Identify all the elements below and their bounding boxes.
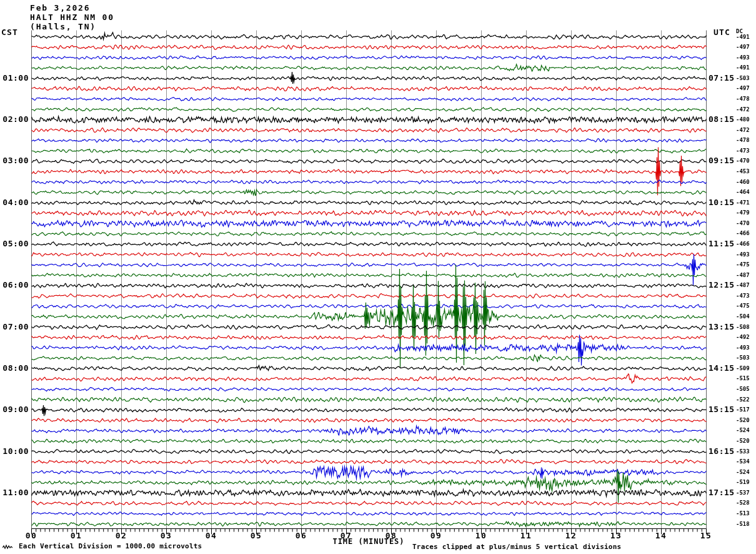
utc-hour-label: 15:15	[709, 405, 735, 414]
dc-offset-value: -518	[736, 521, 750, 527]
cst-hour-label: 01:00	[0, 73, 29, 83]
dc-offset-value: -473	[736, 148, 750, 154]
cst-hour-label: 07:00	[0, 322, 29, 331]
helicorder-page: Feb 3,2026 HALT HHZ NM 00 (Halls, TN) CS…	[0, 0, 756, 554]
footer-clip-note: Traces clipped at plus/minus 5 vertical …	[412, 543, 621, 551]
dc-offset-value: -478	[736, 96, 750, 102]
dc-offset-value: -475	[736, 261, 750, 268]
dc-offset-value: -528	[736, 500, 750, 506]
cst-hour-label: 09:00	[0, 405, 29, 414]
dc-offset-value: -493	[736, 54, 750, 61]
seismogram-canvas	[0, 0, 756, 554]
dc-offset-value: -522	[736, 396, 750, 403]
utc-hour-label: 14:15	[709, 363, 735, 373]
utc-hour-label: 17:15	[709, 488, 735, 497]
title-block: Feb 3,2026 HALT HHZ NM 00 (Halls, TN)	[30, 3, 114, 31]
utc-hour-label: 16:15	[709, 446, 735, 456]
dc-offset-value: -509	[736, 365, 750, 371]
dc-offset-value: -466	[736, 241, 750, 247]
dc-offset-value: -508	[736, 324, 750, 330]
dc-offset-value: -480	[736, 116, 750, 123]
dc-offset-value: -492	[736, 334, 750, 340]
cst-hour-label: 10:00	[0, 446, 29, 456]
utc-hour-label: 12:15	[709, 280, 735, 290]
utc-hour-label: 13:15	[709, 322, 735, 331]
utc-hour-label: 11:15	[709, 239, 735, 248]
dc-offset-value: -517	[736, 406, 750, 413]
dc-offset-value: -473	[736, 293, 750, 299]
dc-offset-value: -497	[736, 85, 750, 91]
cst-hour-label: 08:00	[0, 363, 29, 373]
cst-hour-label: 03:00	[0, 156, 29, 165]
footer-scale-note: Each Vertical Division = 1000.00 microvo…	[2, 542, 202, 550]
dc-offset-value: -524	[736, 427, 750, 433]
dc-offset-value: -479	[736, 209, 750, 216]
dc-offset-value: -504	[736, 313, 750, 320]
dc-offset-value: -460	[736, 179, 750, 185]
cst-hour-label: 05:00	[0, 239, 29, 248]
dc-offset-value: -503	[736, 355, 750, 361]
dc-offset-value: -515	[736, 375, 750, 381]
dc-offset-value: -470	[736, 158, 750, 164]
right-axis-header: UTC	[714, 28, 730, 37]
dc-offset-value: -493	[736, 345, 750, 351]
dc-offset-value: -513	[736, 510, 750, 516]
dc-offset-value: -519	[736, 479, 750, 485]
cst-hour-label: 11:00	[0, 488, 29, 497]
dc-offset-value: -472	[736, 106, 750, 113]
dc-offset-value: -464	[736, 189, 750, 195]
dc-offset-value: -475	[736, 303, 750, 309]
dc-offset-value: -524	[736, 469, 750, 475]
scale-note-text: Each Vertical Division = 1000.00 microvo…	[19, 542, 202, 550]
dc-offset-value: -470	[736, 220, 750, 226]
tiny-waveform-icon	[2, 543, 12, 550]
dc-offset-value: -466	[736, 230, 750, 236]
dc-offset-value: -491	[736, 64, 750, 71]
dc-offset-value: -491	[736, 34, 750, 40]
dc-offset-value: -537	[736, 490, 750, 496]
dc-offset-value: -533	[736, 448, 750, 455]
dc-offset-value: -520	[736, 438, 750, 444]
left-axis-header: CST	[1, 28, 18, 37]
cst-hour-label: 02:00	[0, 114, 29, 124]
utc-hour-label: 07:15	[709, 73, 735, 83]
dc-offset-value: -505	[736, 386, 750, 392]
dc-offset-value: -503	[736, 75, 750, 81]
dc-offset-value: -487	[736, 282, 750, 288]
cst-hour-label: 06:00	[0, 280, 29, 290]
utc-hour-label: 08:15	[709, 114, 735, 124]
dc-offset-value: -471	[736, 199, 750, 206]
dc-offset-value: -478	[736, 137, 750, 143]
title-station: HALT HHZ NM 00	[30, 13, 114, 22]
utc-hour-label: 09:15	[709, 156, 735, 165]
title-location: (Halls, TN)	[30, 22, 114, 31]
dc-offset-value: -520	[736, 417, 750, 423]
title-date: Feb 3,2026	[30, 3, 114, 13]
dc-offset-value: -534	[736, 458, 750, 465]
dc-offset-value: -487	[736, 272, 750, 278]
utc-hour-label: 10:15	[709, 198, 735, 207]
cst-hour-label: 04:00	[0, 198, 29, 207]
dc-offset-value: -493	[736, 251, 750, 258]
dc-offset-value: -453	[736, 168, 750, 174]
dc-offset-value: -472	[736, 127, 750, 133]
dc-offset-value: -497	[736, 44, 750, 50]
